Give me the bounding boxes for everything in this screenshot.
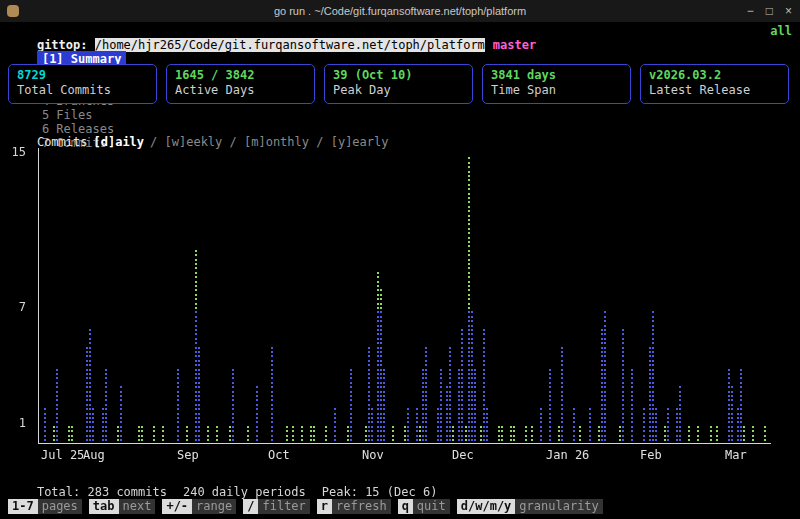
x-tick-label: Jan 26 (546, 448, 589, 462)
key-pages[interactable]: 1-7 (8, 499, 38, 514)
x-tick-label: Jul 25 (41, 448, 84, 462)
window-controls: − □ × (747, 0, 792, 22)
key-refresh[interactable]: r (317, 499, 332, 514)
stat-value: 1645 / 3842 (175, 68, 306, 83)
x-tick-label: Mar (725, 448, 747, 462)
summary-peak: Peak: 15 (Dec 6) (322, 485, 438, 499)
commit-chart-canvas (0, 140, 800, 452)
keybar-refresh: rrefresh (317, 499, 391, 514)
keybar-granularity: d/w/m/ygranularity (457, 499, 603, 514)
summary-periods: 240 daily periods (183, 485, 306, 499)
stat-label: Active Days (175, 83, 306, 98)
key-next-label: next (119, 499, 156, 514)
stat-label: Total Commits (17, 83, 148, 98)
key-filter[interactable]: / (243, 499, 258, 514)
minimize-button[interactable]: − (747, 4, 754, 18)
terminal-window: go run . ~/Code/git.furqansoftware.net/t… (0, 0, 800, 519)
keybar-next: tabnext (89, 499, 156, 514)
x-tick-label: Feb (640, 448, 662, 462)
stat-value: 8729 (17, 68, 148, 83)
y-tick-label: 7 (19, 300, 26, 314)
key-quit-label: quit (413, 499, 450, 514)
key-filter-label: filter (258, 499, 309, 514)
key-granularity-label: granularity (515, 499, 602, 514)
keybar-range: +/-range (162, 499, 236, 514)
x-tick-label: Aug (83, 448, 105, 462)
stat-value: 3841 days (491, 68, 622, 83)
keybar-quit: qquit (398, 499, 450, 514)
key-quit[interactable]: q (398, 499, 413, 514)
y-tick-label: 1 (19, 416, 26, 430)
key-refresh-label: refresh (332, 499, 391, 514)
x-tick-label: Dec (452, 448, 474, 462)
key-pages-label: pages (38, 499, 82, 514)
maximize-button[interactable]: □ (766, 4, 773, 18)
key-bar: 1-7pages tabnext +/-range /filter rrefre… (8, 499, 603, 514)
keybar-filter: /filter (243, 499, 310, 514)
key-range[interactable]: +/- (162, 499, 192, 514)
window-title: go run . ~/Code/git.furqansoftware.net/t… (0, 5, 800, 17)
stat-card-active-days: 1645 / 3842 Active Days (166, 64, 315, 104)
window-titlebar: go run . ~/Code/git.furqansoftware.net/t… (0, 0, 800, 22)
key-range-label: range (192, 499, 236, 514)
branch-name: master (493, 38, 536, 52)
y-axis-labels: 1571 (0, 0, 32, 519)
x-tick-label: Sep (177, 448, 199, 462)
key-next[interactable]: tab (89, 499, 119, 514)
x-tick-label: Nov (362, 448, 384, 462)
stat-label: Latest Release (649, 83, 780, 98)
key-granularity[interactable]: d/w/m/y (457, 499, 516, 514)
x-tick-label: Oct (268, 448, 290, 462)
stat-card-time-span: 3841 days Time Span (482, 64, 631, 104)
stat-value: v2026.03.2 (649, 68, 780, 83)
scope-indicator: all (770, 24, 792, 38)
y-tick-label: 15 (12, 145, 26, 159)
close-button[interactable]: × (785, 4, 792, 18)
stat-card-latest-release: v2026.03.2 Latest Release (640, 64, 789, 104)
stat-label: Time Span (491, 83, 622, 98)
repo-path: /home/hjr265/Code/git.furqansoftware.net… (95, 38, 485, 52)
stat-card-peak-day: 39 (Oct 10) Peak Day (324, 64, 473, 104)
stat-value: 39 (Oct 10) (333, 68, 464, 83)
keybar-pages: 1-7pages (8, 499, 82, 514)
summary-total: Total: 283 commits (37, 485, 167, 499)
app-header: gittop: /home/hjr265/Code/git.furqansoft… (0, 24, 800, 39)
stat-label: Peak Day (333, 83, 464, 98)
x-axis-labels: Jul 25AugSepOctNovDecJan 26FebMar (0, 448, 800, 462)
stat-cards: 8729 Total Commits 1645 / 3842 Active Da… (8, 64, 789, 104)
